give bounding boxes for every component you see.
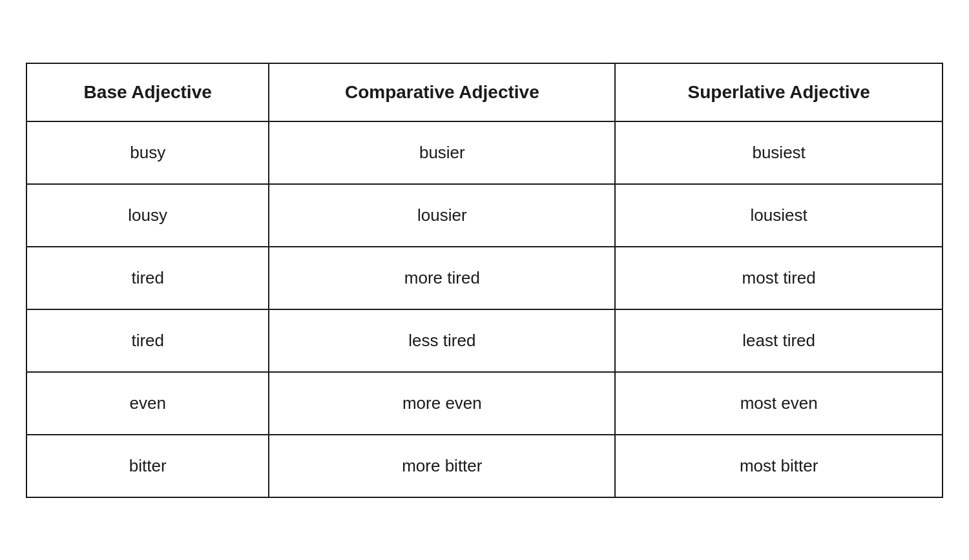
table-row: tiredless tiredleast tired bbox=[26, 309, 943, 372]
cell-base-3: tired bbox=[26, 309, 269, 372]
cell-base-2: tired bbox=[26, 247, 269, 309]
cell-comparative-2: more tired bbox=[269, 247, 615, 309]
table-row: evenmore evenmost even bbox=[26, 372, 943, 435]
cell-superlative-0: busiest bbox=[615, 121, 943, 184]
cell-base-4: even bbox=[26, 372, 269, 435]
adjective-table: Base Adjective Comparative Adjective Sup… bbox=[26, 63, 943, 498]
table-row: busybusierbusiest bbox=[26, 121, 943, 184]
cell-superlative-1: lousiest bbox=[615, 184, 943, 247]
cell-base-5: bitter bbox=[26, 435, 269, 497]
cell-comparative-0: busier bbox=[269, 121, 615, 184]
cell-superlative-5: most bitter bbox=[615, 435, 943, 497]
cell-base-0: busy bbox=[26, 121, 269, 184]
cell-comparative-4: more even bbox=[269, 372, 615, 435]
header-superlative-adjective: Superlative Adjective bbox=[615, 63, 943, 121]
cell-comparative-1: lousier bbox=[269, 184, 615, 247]
table-row: tiredmore tiredmost tired bbox=[26, 247, 943, 309]
cell-superlative-4: most even bbox=[615, 372, 943, 435]
cell-superlative-2: most tired bbox=[615, 247, 943, 309]
table-row: bittermore bittermost bitter bbox=[26, 435, 943, 497]
cell-superlative-3: least tired bbox=[615, 309, 943, 372]
cell-comparative-3: less tired bbox=[269, 309, 615, 372]
header-comparative-adjective: Comparative Adjective bbox=[269, 63, 615, 121]
adjective-table-container: Base Adjective Comparative Adjective Sup… bbox=[26, 63, 943, 498]
header-base-adjective: Base Adjective bbox=[26, 63, 269, 121]
table-row: lousylousierlousiest bbox=[26, 184, 943, 247]
cell-comparative-5: more bitter bbox=[269, 435, 615, 497]
cell-base-1: lousy bbox=[26, 184, 269, 247]
table-header-row: Base Adjective Comparative Adjective Sup… bbox=[26, 63, 943, 121]
